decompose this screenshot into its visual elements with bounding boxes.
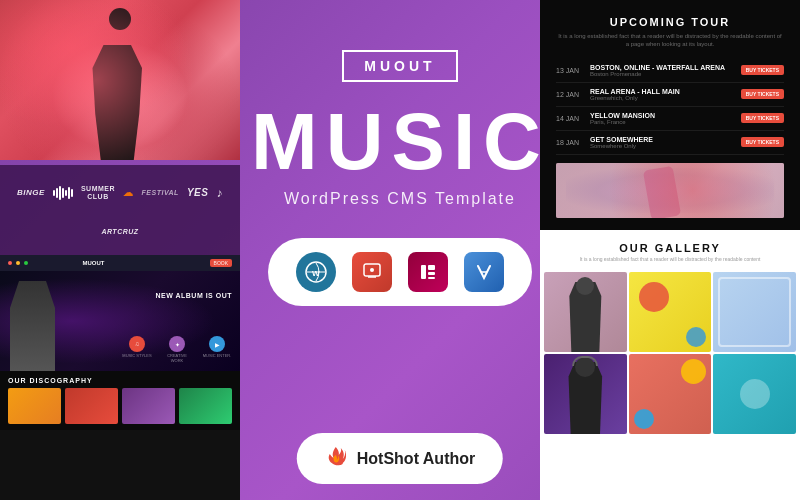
theme-btn[interactable]: BOOK [210, 259, 232, 267]
theme-hero: NEW ALBUM IS OUT ♫ MUSIC STYLES ✦ CREATI… [0, 271, 240, 371]
disc-title: OUR DISCOGRAPHY [8, 377, 232, 384]
gallery-subtitle: It is a long established fact that a rea… [554, 256, 786, 262]
svg-rect-6 [428, 265, 435, 270]
theme-feature-icons: ♫ MUSIC STYLES ✦ CREATIVE WORK ▶ MUSIC E… [122, 336, 232, 363]
uf-icon [464, 252, 504, 292]
tour-image [556, 163, 784, 218]
gallery-cell-5 [629, 354, 712, 434]
upcoming-tour-panel: UPCOMING TOUR It is a long established f… [540, 0, 800, 230]
theme-discography: OUR DISCOGRAPHY [0, 371, 240, 430]
dot-green [24, 261, 28, 265]
tour-location-2: Greenwhich, Only [590, 95, 735, 101]
disc-3 [122, 388, 175, 424]
disc-row [8, 388, 232, 424]
tour-venue-3: YELLOW MANSION [590, 112, 735, 119]
gallery-grid [540, 268, 800, 438]
tour-btn-1[interactable]: BUY TICKETS [741, 65, 784, 75]
dot-yellow [16, 261, 20, 265]
subtitle: WordPress CMS Template [284, 190, 516, 208]
tour-info-2: REAL ARENA - HALL MAIN Greenwhich, Only [584, 88, 741, 101]
theme-icon-music: ♫ MUSIC STYLES [122, 336, 152, 363]
tour-subtitle: It is a long established fact that a rea… [556, 32, 784, 49]
wordpress-icon: W [296, 252, 336, 292]
svg-rect-8 [428, 277, 435, 279]
gallery-title: OUR GALLERY [554, 242, 786, 254]
tour-venue-4: GET SOMEWHERE [590, 136, 735, 143]
tour-btn-3[interactable]: BUY TICKETS [741, 113, 784, 123]
tour-info-1: BOSTON, ONLINE - WATERFALL ARENA Boston … [584, 64, 741, 77]
hotshot-badge: HotShot Author [297, 433, 503, 484]
smoke-image [566, 168, 774, 213]
gallery-cell-3 [713, 272, 796, 352]
elementor-icon [408, 252, 448, 292]
tour-location-3: Paris, France [590, 119, 735, 125]
svg-rect-5 [421, 265, 426, 279]
disc-1 [8, 388, 61, 424]
tour-date-4: 18 JAN [556, 139, 584, 146]
main-title: MUSIC [251, 102, 549, 182]
logo-bar: BINGE SummerClub ☁ Festival Yes ♪ ArtCru… [0, 165, 240, 255]
logo-summer: SummerClub [81, 185, 115, 202]
theme-preview: MUOUT BOOK NEW ALBUM IS OUT ♫ MUSIC STYL… [0, 255, 240, 500]
logo-artcruz: ArtCruz [101, 228, 138, 235]
tour-row-4: 18 JAN GET SOMEWHERE Somewhere Only BUY … [556, 131, 784, 155]
muout-badge: MUOUT [342, 50, 457, 82]
tour-info-4: GET SOMEWHERE Somewhere Only [584, 136, 741, 149]
gallery-panel: OUR GALLERY It is a long established fac… [540, 230, 800, 500]
theme-logo: MUOUT [83, 260, 105, 266]
center-content: MUOUT MUSIC WordPress CMS Template W [240, 50, 560, 326]
tour-location-4: Somewhere Only [590, 143, 735, 149]
hotshot-label: HotShot Author [357, 450, 475, 468]
logo-yes: Yes [187, 187, 209, 198]
gallery-cell-1 [544, 272, 627, 352]
quform-icon [352, 252, 392, 292]
disc-4 [179, 388, 232, 424]
logo-binge: BINGE [17, 188, 45, 197]
logo-soundcloud: ☁ [123, 187, 134, 198]
gallery-cell-2 [629, 272, 712, 352]
tour-date-1: 13 JAN [556, 67, 584, 74]
flame-icon [325, 445, 347, 472]
tour-date-3: 14 JAN [556, 115, 584, 122]
gallery-cell-4 [544, 354, 627, 434]
tour-row-3: 14 JAN YELLOW MANSION Paris, France BUY … [556, 107, 784, 131]
plugin-icons-row: W [268, 238, 532, 306]
tour-venue-1: BOSTON, ONLINE - WATERFALL ARENA [590, 64, 735, 71]
disc-2 [65, 388, 118, 424]
svg-text:W: W [312, 269, 320, 278]
dot-red [8, 261, 12, 265]
theme-hero-title: NEW ALBUM IS OUT [155, 291, 232, 300]
hero-image [0, 0, 240, 160]
logo-festival: Festival [142, 189, 179, 196]
svg-point-3 [370, 268, 374, 272]
svg-rect-7 [428, 272, 435, 275]
theme-icon-design: ✦ CREATIVE WORK [162, 336, 192, 363]
tour-venue-2: REAL ARENA - HALL MAIN [590, 88, 735, 95]
gallery-header: OUR GALLERY It is a long established fac… [540, 230, 800, 268]
theme-person [10, 281, 55, 371]
theme-nav: MUOUT BOOK [0, 255, 240, 271]
tour-date-2: 12 JAN [556, 91, 584, 98]
gallery-cell-6 [713, 354, 796, 434]
tour-title: UPCOMING TOUR [556, 16, 784, 28]
logo-note: ♪ [216, 186, 223, 200]
tour-info-3: YELLOW MANSION Paris, France [584, 112, 741, 125]
tour-btn-2[interactable]: BUY TICKETS [741, 89, 784, 99]
theme-icon-media: ▶ MUSIC ENTER. [202, 336, 232, 363]
tour-row-1: 13 JAN BOSTON, ONLINE - WATERFALL ARENA … [556, 59, 784, 83]
logo-waveform [53, 186, 73, 200]
tour-location-1: Boston Promenade [590, 71, 735, 77]
tour-row-2: 12 JAN REAL ARENA - HALL MAIN Greenwhich… [556, 83, 784, 107]
tour-btn-4[interactable]: BUY TICKETS [741, 137, 784, 147]
